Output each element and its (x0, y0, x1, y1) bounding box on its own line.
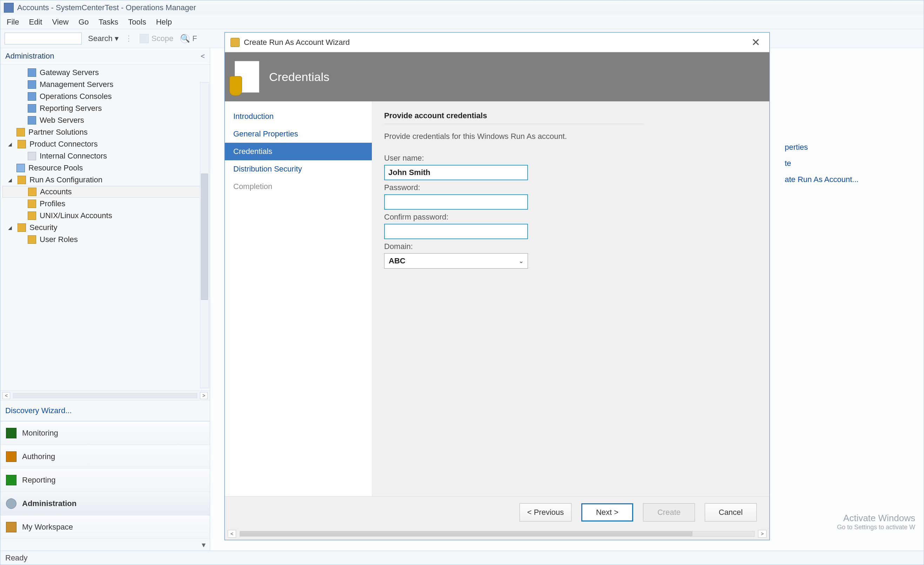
task-delete[interactable]: te (785, 159, 915, 168)
nav-tree: Gateway Servers Management Servers Opera… (0, 64, 210, 390)
wizard-titlebar: Create Run As Account Wizard ✕ (225, 33, 769, 52)
menu-edit[interactable]: Edit (29, 18, 42, 27)
pool-icon (16, 164, 25, 172)
previous-button[interactable]: < Previous (519, 503, 572, 522)
statusbar: Ready (0, 551, 924, 565)
tree-gateway-servers[interactable]: Gateway Servers (3, 67, 208, 79)
wizard-close-button[interactable]: ✕ (748, 35, 764, 50)
partner-icon (16, 128, 25, 136)
tree-security[interactable]: Security (3, 222, 208, 234)
internal-icon (28, 152, 36, 160)
titlebar: Accounts - SystemCenterTest - Operations… (0, 0, 924, 15)
task-create-runas[interactable]: ate Run As Account... (785, 175, 915, 184)
chevron-down-icon: ⌄ (519, 258, 524, 264)
hscroll-left-icon[interactable]: < (3, 392, 10, 399)
username-label: User name: (384, 154, 758, 163)
confirm-password-label: Confirm password: (384, 213, 758, 222)
discovery-wizard-link[interactable]: Discovery Wizard... (0, 400, 210, 421)
wizard-hscroll-left[interactable]: < (228, 530, 236, 538)
tree-resource-pools[interactable]: Resource Pools (3, 162, 208, 174)
wizard-title: Create Run As Account Wizard (244, 38, 350, 47)
server-icon (28, 116, 36, 124)
tree-unix-accounts[interactable]: UNIX/Linux Accounts (3, 210, 208, 222)
menu-tools[interactable]: Tools (128, 18, 146, 27)
scope-button[interactable]: Scope (140, 34, 173, 43)
activate-sub: Go to Settings to activate W (837, 524, 915, 531)
wunderbar-reporting[interactable]: Reporting (0, 468, 210, 492)
wunderbar-overflow-icon[interactable]: ▾ (202, 541, 206, 550)
activate-heading: Activate Windows (837, 513, 915, 524)
console-icon (28, 92, 36, 100)
window-title: Accounts - SystemCenterTest - Operations… (17, 3, 196, 12)
task-panel: perties te ate Run As Account... (776, 48, 924, 551)
next-button[interactable]: Next > (581, 503, 633, 522)
step-general-properties[interactable]: General Properties (225, 125, 372, 143)
step-credentials[interactable]: Credentials (225, 143, 372, 160)
menu-help[interactable]: Help (156, 18, 172, 27)
confirm-password-input[interactable] (384, 224, 528, 239)
nav-collapse-icon[interactable]: < (201, 52, 205, 60)
tree-product-connectors[interactable]: Product Connectors (3, 138, 208, 150)
scope-label: Scope (152, 34, 173, 43)
wizard-hscroll-track[interactable] (240, 531, 754, 537)
wunderbar-workspace[interactable]: My Workspace (0, 515, 210, 539)
admin-icon (6, 498, 16, 509)
tree-profiles[interactable]: Profiles (3, 198, 208, 210)
step-distribution-security[interactable]: Distribution Security (225, 160, 372, 178)
menu-go[interactable]: Go (79, 18, 89, 27)
find-label: F (192, 34, 197, 43)
tree-hscroll[interactable]: < > (0, 390, 210, 400)
unix-icon (28, 211, 36, 220)
tree-management-servers[interactable]: Management Servers (3, 79, 208, 90)
wunderbar-authoring[interactable]: Authoring (0, 445, 210, 468)
scope-icon (140, 34, 149, 43)
hscroll-right-icon[interactable]: > (200, 392, 208, 399)
wizard-hscroll-right[interactable]: > (758, 530, 766, 538)
find-button[interactable]: 🔍 F (180, 34, 197, 43)
app-icon (4, 3, 14, 13)
cancel-button[interactable]: Cancel (705, 503, 757, 522)
search-input[interactable] (4, 33, 82, 45)
tree-user-roles[interactable]: User Roles (3, 234, 208, 246)
tree-web-servers[interactable]: Web Servers (3, 114, 208, 126)
reporting-icon (6, 475, 16, 486)
runas-icon (18, 176, 26, 184)
wizard-footer: < Previous Next > Create Cancel (225, 496, 769, 528)
server-icon (28, 68, 36, 77)
roles-icon (28, 235, 36, 244)
nav-title: Administration < (0, 48, 210, 64)
menu-file[interactable]: File (7, 18, 19, 27)
step-introduction[interactable]: Introduction (225, 108, 372, 125)
tree-reporting-servers[interactable]: Reporting Servers (3, 102, 208, 114)
domain-select[interactable]: ABC ⌄ (384, 253, 528, 269)
tree-operations-consoles[interactable]: Operations Consoles (3, 90, 208, 102)
wizard-body: Introduction General Properties Credenti… (225, 101, 769, 496)
status-text: Ready (5, 553, 28, 562)
password-input[interactable] (384, 194, 528, 210)
username-input[interactable] (384, 165, 528, 180)
wizard-hscroll-thumb[interactable] (240, 531, 693, 536)
wunderbar: Monitoring Authoring Reporting Administr… (0, 421, 210, 551)
tree-accounts[interactable]: Accounts (3, 186, 208, 198)
tree-internal-connectors[interactable]: Internal Connectors (3, 150, 208, 162)
search-button[interactable]: Search ▾ (85, 33, 122, 45)
tree-scrollbar[interactable] (200, 82, 209, 388)
scrollbar-thumb[interactable] (201, 174, 208, 300)
wunderbar-administration[interactable]: Administration (0, 492, 210, 515)
wizard-banner-title: Credentials (269, 70, 329, 84)
menu-view[interactable]: View (52, 18, 68, 27)
menubar: File Edit View Go Tasks Tools Help (0, 15, 924, 29)
wizard-hscroll[interactable]: < > (225, 528, 769, 540)
tree-partner-solutions[interactable]: Partner Solutions (3, 126, 208, 138)
form-description: Provide credentials for this Windows Run… (384, 132, 758, 141)
wizard-user-icon (231, 38, 240, 47)
step-completion: Completion (225, 178, 372, 195)
tree-runas-config[interactable]: Run As Configuration (3, 174, 208, 186)
wunderbar-monitoring[interactable]: Monitoring (0, 421, 210, 445)
wizard-doc-icon (235, 61, 259, 93)
menu-tasks[interactable]: Tasks (99, 18, 118, 27)
wunderbar-footer: ▾ (0, 539, 210, 551)
task-properties[interactable]: perties (785, 143, 915, 152)
hscroll-track[interactable] (13, 393, 197, 398)
domain-label: Domain: (384, 242, 758, 251)
